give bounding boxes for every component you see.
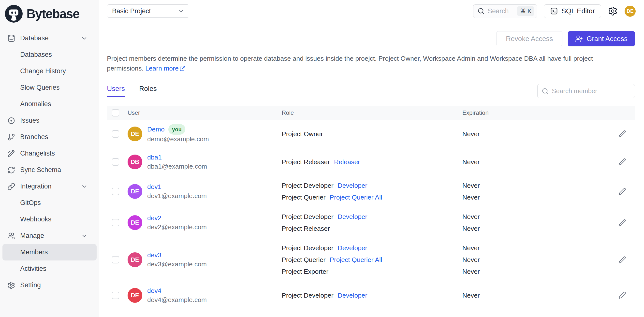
sidebar-item-anomalies[interactable]: Anomalies	[2, 96, 96, 112]
member-search-input[interactable]	[552, 87, 631, 95]
link-icon	[7, 182, 15, 190]
pencil-icon[interactable]	[618, 256, 626, 264]
global-search-placeholder: Search	[488, 7, 514, 15]
role-title: Project Developer	[282, 244, 334, 252]
member-name-link[interactable]: dba1	[147, 153, 162, 162]
sidebar-item-label: Slow Queries	[20, 84, 60, 92]
sidebar-item-change-history[interactable]: Change History	[2, 63, 96, 79]
pencil-icon[interactable]	[618, 219, 626, 226]
row-checkbox[interactable]	[112, 188, 119, 195]
member-name-link[interactable]: dev2	[147, 214, 161, 223]
member-name-link[interactable]: dev3	[147, 251, 161, 260]
chevron-down-icon	[178, 8, 184, 14]
expiration-value: Never	[462, 223, 610, 234]
global-search[interactable]: Search ⌘ K	[473, 4, 537, 18]
sidebar-item-gitops[interactable]: GitOps	[2, 194, 96, 211]
member-row-dev2: DE dev2 dev2@example.com Project Develop…	[107, 207, 635, 238]
tab-roles[interactable]: Roles	[139, 85, 157, 97]
learn-more-link[interactable]: Learn more	[145, 65, 186, 72]
member-avatar: DE	[128, 184, 142, 199]
members-tabs: Users Roles	[107, 85, 157, 97]
member-name-link[interactable]: dev4	[147, 286, 161, 296]
pencil-icon[interactable]	[618, 130, 626, 138]
user-avatar[interactable]: DE	[624, 6, 636, 17]
role-link[interactable]: Developer	[338, 213, 368, 220]
member-avatar: DE	[128, 215, 142, 230]
member-email: dba1@example.com	[147, 162, 207, 171]
role-link[interactable]: Releaser	[334, 158, 360, 166]
pencil-icon[interactable]	[618, 188, 626, 195]
users-icon	[7, 232, 15, 240]
row-checkbox[interactable]	[112, 256, 119, 264]
sidebar-item-label: Setting	[20, 281, 41, 289]
sidebar-item-label: Database	[20, 34, 49, 42]
role-title: Project Releaser	[282, 158, 330, 166]
expiration-value: Never	[462, 156, 610, 168]
sidebar-item-label: Branches	[20, 133, 48, 141]
project-selector-value: Basic Project	[112, 7, 151, 15]
sidebar-item-database[interactable]: Database	[2, 30, 96, 46]
chevron-down-icon	[81, 183, 88, 190]
sql-editor-button[interactable]: SQL Editor	[544, 4, 601, 18]
member-email: dev4@example.com	[147, 296, 207, 304]
sidebar-item-sync-schema[interactable]: Sync Schema	[2, 162, 96, 178]
sidebar-item-integration[interactable]: Integration	[2, 178, 96, 194]
row-checkbox[interactable]	[112, 292, 119, 299]
role-title: Project Querier	[282, 256, 326, 264]
settings-gear-icon[interactable]	[608, 6, 618, 16]
sidebar-item-issues[interactable]: Issues	[2, 112, 96, 129]
role-link[interactable]: Developer	[338, 244, 368, 252]
sync-icon	[7, 166, 15, 174]
sidebar-item-branches[interactable]: Branches	[2, 129, 96, 145]
row-checkbox[interactable]	[112, 158, 119, 166]
tab-users[interactable]: Users	[107, 85, 125, 97]
sidebar-item-setting[interactable]: Setting	[2, 277, 96, 294]
bytebase-logo[interactable]: Bytebase	[0, 0, 99, 22]
role-title: Project Querier	[282, 194, 326, 201]
bytebase-app: Bytebase DatabaseDatabasesChange History…	[0, 0, 644, 317]
grant-access-button[interactable]: Grant Access	[568, 31, 635, 46]
members-table-header: User Role Expiration	[107, 106, 635, 120]
column-header-role: Role	[282, 109, 462, 116]
member-row-dev4: DE dev4 dev4@example.com Project Develop…	[107, 281, 635, 310]
expiration-value: Never	[462, 192, 610, 203]
changelist-icon	[7, 150, 15, 158]
member-row-demo: DE Demoyou demo@example.com Project Owne…	[107, 120, 635, 148]
role-link[interactable]: Project Querier All	[330, 194, 382, 201]
project-selector[interactable]: Basic Project	[107, 4, 189, 18]
sidebar-item-slow-queries[interactable]: Slow Queries	[2, 79, 96, 96]
search-icon	[477, 7, 485, 15]
sidebar-item-changelists[interactable]: Changelists	[2, 145, 96, 162]
pencil-icon[interactable]	[618, 292, 626, 299]
database-icon	[7, 34, 15, 42]
sidebar-item-label: GitOps	[20, 199, 41, 207]
sidebar-item-label: Changelists	[20, 150, 55, 157]
sidebar-item-databases[interactable]: Databases	[2, 46, 96, 63]
scrollbar-track[interactable]	[643, 0, 643, 317]
member-name-link[interactable]: dev1	[147, 182, 161, 192]
column-header-user: User	[128, 109, 282, 116]
sidebar-item-activities[interactable]: Activities	[2, 260, 96, 277]
role-link[interactable]: Project Querier All	[330, 256, 382, 264]
member-search[interactable]	[537, 84, 635, 98]
role-link[interactable]: Developer	[338, 182, 368, 189]
role-title: Project Developer	[282, 182, 334, 189]
sidebar-item-members[interactable]: Members	[2, 244, 96, 260]
row-checkbox[interactable]	[112, 219, 119, 226]
pencil-icon[interactable]	[618, 158, 626, 166]
sidebar-item-manage[interactable]: Manage	[2, 228, 96, 244]
expiration-value: Never	[462, 290, 610, 301]
sidebar-item-webhooks[interactable]: Webhooks	[2, 211, 96, 228]
search-shortcut-badge: ⌘ K	[517, 6, 534, 16]
member-avatar: DE	[128, 126, 142, 141]
you-badge: you	[168, 124, 185, 135]
member-avatar: DE	[128, 288, 142, 303]
revoke-access-button[interactable]: Revoke Access	[496, 31, 562, 46]
role-link[interactable]: Developer	[338, 292, 368, 299]
row-checkbox[interactable]	[112, 130, 119, 138]
select-all-checkbox[interactable]	[112, 109, 119, 116]
expiration-value: Never	[462, 254, 610, 266]
member-name-link[interactable]: Demo	[147, 125, 165, 134]
expiration-value: Never	[462, 128, 610, 140]
topbar: Basic Project Search ⌘ K SQL Editor DE	[99, 0, 644, 22]
